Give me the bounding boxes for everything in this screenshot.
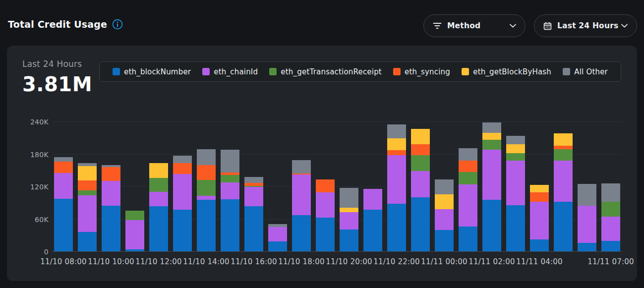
bar-11-11-06-00[interactable] <box>578 184 596 251</box>
segment-eth_chainid <box>411 171 430 197</box>
x-axis-line <box>52 251 622 252</box>
segment-eth_chainid <box>554 161 573 202</box>
dashboard: Total Credit Usage Method <box>0 0 644 288</box>
segment-eth_blocknumber <box>78 232 97 251</box>
bar-11-10-21-00[interactable] <box>363 189 382 251</box>
bar-11-10-14-00[interactable] <box>197 149 216 251</box>
gridline <box>52 154 622 155</box>
legend-item-eth_blocknumber[interactable]: eth_blockNumber <box>113 67 191 76</box>
bar-11-10-22-00[interactable] <box>387 124 406 251</box>
segment-eth_chainid <box>292 174 311 215</box>
segment-eth_syncing <box>316 179 335 192</box>
segment-eth_blocknumber <box>292 215 311 251</box>
calendar-icon <box>543 22 552 30</box>
x-tick-label: 11/11 04:00 <box>515 257 564 266</box>
segment-all-other <box>435 179 454 195</box>
segment-eth_blocknumber <box>482 200 501 251</box>
bar-11-10-19-00[interactable] <box>316 179 335 251</box>
segment-all-other <box>601 183 620 202</box>
bar-11-11-03-00[interactable] <box>506 136 525 251</box>
bar-11-10-15-00[interactable] <box>221 150 239 251</box>
y-axis-labels: 060K120K180K240K <box>7 122 49 252</box>
segment-eth_getblockbyhash <box>530 185 549 192</box>
segment-eth_syncing <box>411 144 430 155</box>
bar-11-10-13-00[interactable] <box>173 156 192 251</box>
bar-11-11-07-00[interactable] <box>601 183 620 251</box>
bar-11-10-11-00[interactable] <box>125 211 144 251</box>
segment-eth_chainid <box>530 202 549 239</box>
bar-11-10-20-00[interactable] <box>340 188 358 251</box>
bar-11-11-01-00[interactable] <box>459 148 477 251</box>
segment-eth_blocknumber <box>554 202 573 251</box>
time-range-dropdown[interactable]: Last 24 Hours <box>534 14 637 37</box>
bar-11-10-09-00[interactable] <box>78 163 97 251</box>
segment-eth_chainid <box>78 195 97 232</box>
segment-eth_chainid <box>197 196 216 200</box>
segment-eth_syncing <box>530 192 549 202</box>
segment-eth_syncing <box>387 150 406 155</box>
segment-eth_chainid <box>506 161 525 206</box>
bar-11-10-17-00[interactable] <box>268 224 287 251</box>
segment-eth_chainid <box>149 192 168 207</box>
segment-all-other <box>340 188 358 207</box>
bar-11-10-12-00[interactable] <box>149 163 168 251</box>
segment-eth_chainid <box>102 181 120 206</box>
legend-label: eth_chainId <box>214 67 258 76</box>
segment-all-other <box>506 136 525 144</box>
segment-eth_blocknumber <box>530 239 549 251</box>
segment-all-other <box>578 184 596 206</box>
method-filter-label: Method <box>447 21 480 30</box>
x-tick-label: 11/11 02:00 <box>467 257 517 266</box>
segment-eth_chainid <box>435 209 454 230</box>
segment-eth_getblockbyhash <box>506 144 525 154</box>
bar-11-11-02-00[interactable] <box>482 122 501 251</box>
segment-eth_blocknumber <box>387 204 406 251</box>
x-tick-label: 11/11 07:00 <box>586 257 636 266</box>
legend-swatch-icon <box>113 68 120 75</box>
segment-eth_getblockbyhash <box>149 163 168 178</box>
header: Total Credit Usage <box>8 19 123 30</box>
legend-item-eth_getblockbyhash[interactable]: eth_getBlockByHash <box>462 67 551 76</box>
legend-item-eth_chainid[interactable]: eth_chainId <box>202 67 258 76</box>
info-icon[interactable] <box>112 19 123 30</box>
segment-eth_blocknumber <box>506 205 525 251</box>
segment-eth_blocknumber <box>173 210 192 251</box>
legend-item-eth_gettransactionreceipt[interactable]: eth_getTransactionReceipt <box>269 67 382 76</box>
segment-all-other <box>459 148 477 161</box>
segment-eth_chainid <box>340 212 358 230</box>
segment-eth_chainid <box>54 173 73 199</box>
segment-eth_gettransactionreceipt <box>197 180 216 196</box>
segment-eth_blocknumber <box>601 241 620 251</box>
segment-eth_blocknumber <box>268 241 287 251</box>
y-tick-label: 120K <box>7 183 49 191</box>
bar-11-10-23-00[interactable] <box>411 129 430 251</box>
legend-item-all-other[interactable]: All Other <box>563 67 608 76</box>
x-tick-label: 11/10 20:00 <box>324 257 374 266</box>
method-filter-dropdown[interactable]: Method <box>423 14 526 37</box>
chevron-down-icon <box>510 24 516 28</box>
x-tick-label: 11/10 16:00 <box>229 257 279 266</box>
segment-eth_syncing <box>102 167 120 181</box>
legend-swatch-icon <box>563 68 570 75</box>
legend-label: eth_syncing <box>405 67 450 76</box>
segment-all-other <box>173 156 192 163</box>
segment-eth_getblockbyhash <box>482 133 501 140</box>
segment-eth_gettransactionreceipt <box>601 202 620 217</box>
segment-eth_gettransactionreceipt <box>459 172 477 184</box>
segment-eth_blocknumber <box>125 249 144 251</box>
segment-eth_gettransactionreceipt <box>78 190 97 195</box>
bar-11-10-08-00[interactable] <box>54 157 73 251</box>
legend-item-eth_syncing[interactable]: eth_syncing <box>393 67 450 76</box>
x-tick-label: 11/10 08:00 <box>39 257 88 266</box>
segment-eth_gettransactionreceipt <box>554 149 573 161</box>
bar-11-11-04-00[interactable] <box>530 185 549 251</box>
segment-all-other <box>292 160 311 173</box>
segment-all-other <box>221 150 239 173</box>
bar-11-10-18-00[interactable] <box>292 160 311 251</box>
segment-eth_chainid <box>363 189 382 210</box>
bar-11-11-05-00[interactable] <box>554 133 573 251</box>
bar-11-10-10-00[interactable] <box>102 165 120 251</box>
bar-11-10-16-00[interactable] <box>244 177 263 251</box>
bar-11-11-00-00[interactable] <box>435 179 454 251</box>
legend: eth_blockNumbereth_chainIdeth_getTransac… <box>99 61 621 82</box>
